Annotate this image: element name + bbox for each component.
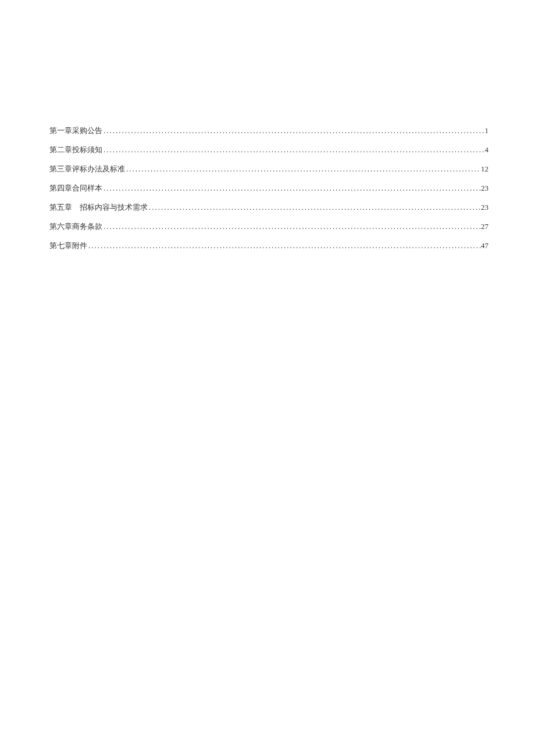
toc-leader-dots: [102, 184, 481, 192]
toc-leader-dots: [102, 127, 485, 134]
toc-leader-dots: [87, 242, 481, 249]
toc-leader-dots: [102, 223, 481, 230]
toc-title: 第四章合同样本: [49, 184, 102, 192]
toc-page-number: 47: [481, 242, 488, 249]
toc-title: 第五章 招标内容与技术需求: [49, 203, 148, 211]
toc-leader-dots: [125, 165, 481, 173]
toc-page-number: 12: [481, 165, 488, 173]
toc-title: 第三章评标办法及标准: [49, 165, 125, 173]
toc-title: 第七章附件: [49, 242, 87, 249]
toc-leader-dots: [148, 203, 481, 211]
toc-entry: 第四章合同样本 23: [49, 184, 488, 192]
toc-entry: 第三章评标办法及标准 12: [49, 165, 488, 173]
toc-title: 第二章投标须知: [49, 146, 102, 153]
toc-entry: 第七章附件 47: [49, 242, 488, 249]
toc-leader-dots: [102, 146, 485, 153]
toc-title: 第一章采购公告: [49, 127, 102, 134]
toc-entry: 第五章 招标内容与技术需求 23: [49, 203, 488, 211]
toc-page-number: 27: [481, 223, 488, 230]
toc-entry: 第六章商务条款 27: [49, 223, 488, 230]
toc-entry: 第一章采购公告 1: [49, 127, 488, 134]
toc-entry: 第二章投标须知 4: [49, 146, 488, 153]
toc-title: 第六章商务条款: [49, 223, 102, 230]
toc-page-number: 1: [485, 127, 489, 134]
toc-page-number: 23: [481, 184, 488, 192]
toc-page: 第一章采购公告 1 第二章投标须知 4 第三章评标办法及标准 12 第四章合同样…: [0, 0, 535, 249]
toc-page-number: 23: [481, 203, 488, 211]
toc-page-number: 4: [485, 146, 489, 153]
